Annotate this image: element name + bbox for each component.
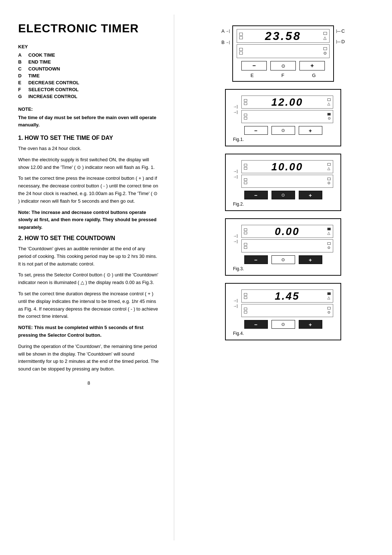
fig4-selector[interactable]: ⊙ <box>271 320 295 329</box>
power-main: ⊙ <box>323 51 327 56</box>
fig1-row2: ⊙ <box>241 110 333 123</box>
fig2-decrease[interactable]: − <box>244 191 268 199</box>
section2-note-bold: NOTE: This must be completed within 5 se… <box>18 324 159 339</box>
fig4-row1: 1.45 △ <box>241 289 333 303</box>
fig2-ind-d <box>244 178 247 181</box>
fig2-ind-b <box>244 167 247 170</box>
fig3-power: ⊙ <box>327 246 331 250</box>
fig3-arrow2: →| <box>233 239 238 243</box>
fig4-ind-c <box>327 292 331 295</box>
right-labels-main: |— C |— D <box>336 28 345 44</box>
section2-para1: The 'Countdown' gives an audible reminde… <box>18 245 159 268</box>
fig3-left-ind2 <box>244 243 247 249</box>
main-diagram: A →| B →| |— C |— D <box>221 25 345 82</box>
fig1-decrease[interactable]: − <box>244 126 268 135</box>
arrow-a: →| <box>225 29 230 33</box>
key-section: KEY A COOK TIME B END TIME C COUNTDOWN D… <box>18 44 159 99</box>
section1-note-strong: Note: The increase and decrease control … <box>18 210 156 230</box>
fig1-ind-b <box>244 102 247 105</box>
section2-para2: To set, press the Selector Control butto… <box>18 271 159 287</box>
fig3-decrease[interactable]: − <box>244 255 268 264</box>
fig1-power: ⊙ <box>328 116 331 120</box>
fig2-bell: △ <box>327 166 331 170</box>
fig1-arrows: →| →| <box>233 96 238 123</box>
indicator-d1 <box>323 47 327 50</box>
fig4-ind-b <box>244 296 247 299</box>
fig2-increase[interactable]: + <box>299 191 322 199</box>
fig4-increase[interactable]: + <box>299 320 322 329</box>
fig4-decrease[interactable]: − <box>244 320 268 329</box>
fig4-ind-a <box>244 293 247 296</box>
main-right-indicators-b: ⊙ <box>323 47 327 56</box>
fig4-label: Fig.4. <box>233 331 333 336</box>
fig3-row1: 0.00 △ <box>241 225 333 238</box>
selector-btn-main[interactable]: ⊙ <box>270 61 296 70</box>
fig3-ind-b <box>244 232 247 234</box>
fig3-arrow1: →| <box>233 234 238 238</box>
fig4-arrows: →| →| <box>233 289 238 317</box>
label-b: B →| <box>221 40 230 45</box>
note-heading: NOTE: <box>18 106 159 112</box>
fig1-increase[interactable]: + <box>299 126 322 135</box>
main-row-b: ⊙ <box>237 44 330 58</box>
label-a-text: A <box>221 28 225 34</box>
key-item-c: C COUNTDOWN <box>18 66 159 72</box>
fig2-right-ind1: △ <box>327 163 331 170</box>
fig3-display-area: →| →| 0.00 △ <box>233 225 333 252</box>
fig3-ind-d <box>244 243 247 246</box>
indicator-c1 <box>239 48 243 51</box>
fig4-right-ind1: △ <box>327 292 331 300</box>
section1-para1: The oven has a 24 hour clock. <box>18 145 159 153</box>
label-a: A →| <box>221 28 230 34</box>
key-heading: KEY <box>18 44 159 49</box>
fig2-label: Fig.2. <box>233 202 333 207</box>
section2-note-strong: NOTE: This must be completed within 5 se… <box>18 325 143 338</box>
right-column: A →| B →| |— C |— D <box>174 15 392 540</box>
section1-para3: To set the correct time press the increa… <box>18 175 159 205</box>
fig1-left-ind1 <box>244 99 247 105</box>
fig1-ind-e <box>244 117 247 119</box>
label-b-text: B <box>221 40 225 45</box>
fig1-bell: △ <box>327 102 331 106</box>
fig2-arrow1: →| <box>233 169 238 173</box>
fig3-increase[interactable]: + <box>299 255 322 264</box>
fig1-label: Fig.1. <box>233 137 333 142</box>
fig4-row2: ⊙ <box>241 304 333 317</box>
fig2-rows: 10.00 △ ⊙ <box>241 160 333 188</box>
page-number: 8 <box>18 380 159 386</box>
key-item-d: D TIME <box>18 73 159 78</box>
note-section: NOTE: The time of day must be set before… <box>18 106 159 128</box>
label-d-text: D <box>342 39 345 44</box>
fig1-right-ind2: ⊙ <box>327 113 331 120</box>
fig2-selector[interactable]: ⊙ <box>271 191 295 199</box>
increase-btn-main[interactable]: + <box>299 61 325 70</box>
fig1-controls: − ⊙ + <box>233 126 333 135</box>
fig1-display-area: →| →| 12.00 △ <box>233 96 333 123</box>
fig2-left-ind1 <box>244 164 247 170</box>
fig1-left-ind2 <box>244 114 247 119</box>
fig3-bell: △ <box>327 231 331 235</box>
section2-para3: To set the correct time duration depress… <box>18 290 159 320</box>
fig3-selector[interactable]: ⊙ <box>271 255 295 264</box>
main-controls-row: − ⊙ + <box>237 61 330 70</box>
fig2-diagram: →| →| 10.00 △ <box>225 154 341 211</box>
key-item-e: E DECREASE CONTROL <box>18 80 159 85</box>
fig3-row2: ⊙ <box>241 239 333 252</box>
fig1-selector[interactable]: ⊙ <box>271 126 295 135</box>
label-e: E <box>250 73 254 78</box>
page: ELECTRONIC TIMER KEY A COOK TIME B END T… <box>0 0 392 555</box>
main-display-number: 23.58 <box>245 29 321 43</box>
label-f: F <box>281 73 284 78</box>
fig3-controls: − ⊙ + <box>233 255 333 264</box>
indicator-a2 <box>239 36 243 39</box>
fig3-ind-f <box>327 242 331 245</box>
bell-main: △ <box>323 36 327 40</box>
fig3-ind-e <box>244 246 247 249</box>
fig4-bell: △ <box>327 296 331 300</box>
fig4-diagram: →| →| 1.45 △ <box>225 283 341 340</box>
fig4-ind-f <box>327 307 331 309</box>
decrease-btn-main[interactable]: − <box>241 61 267 70</box>
fig1-rows: 12.00 △ ⊙ <box>241 96 333 123</box>
fig4-ind-e <box>244 311 247 313</box>
line-c: |— <box>336 29 341 33</box>
